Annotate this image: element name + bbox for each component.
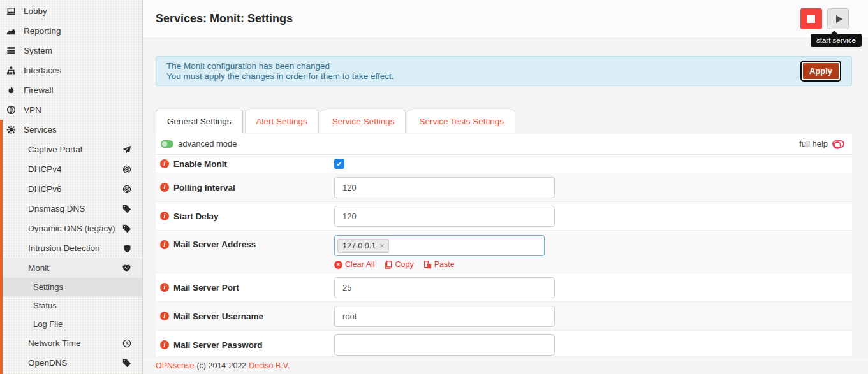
app-window: LobbyReportingSystemInterfacesFirewallVP… xyxy=(0,0,868,374)
tab-service-tests-settings[interactable]: Service Tests Settings xyxy=(408,110,515,133)
sidebar-item-label: Monit xyxy=(28,263,49,273)
stop-service-button[interactable] xyxy=(800,8,822,29)
field-label: iMail Server Password xyxy=(160,340,334,350)
sidebar-item-reporting[interactable]: Reporting xyxy=(0,21,142,41)
sidebar-item-firewall[interactable]: Firewall xyxy=(0,80,142,100)
clear-all-link[interactable]: ×Clear All xyxy=(334,260,375,269)
remove-token-icon[interactable]: × xyxy=(379,242,384,250)
sidebar-item-monit[interactable]: Monit xyxy=(3,258,142,278)
settings-form: iEnable Monit✔iPolling IntervaliStart De… xyxy=(156,155,852,356)
sidebar-item-dnsmasq-dns[interactable]: Dnsmasq DNS xyxy=(3,199,142,219)
clear-all-icon: × xyxy=(334,261,342,269)
sidebar-item-dhcpv6[interactable]: DHCPv6 xyxy=(3,179,142,199)
polling-interval-input[interactable] xyxy=(334,177,555,198)
full-help-toggle-icon[interactable] xyxy=(832,140,844,148)
field-label: iMail Server Port xyxy=(160,283,334,292)
field-control xyxy=(334,334,852,356)
field-control xyxy=(334,277,852,298)
sidebar-item-label: Lobby xyxy=(24,6,47,16)
bullseye-icon xyxy=(122,165,131,174)
tab-label: General Settings xyxy=(167,117,232,126)
field-label-text: Mail Server Port xyxy=(173,283,239,292)
deciso-link[interactable]: Deciso B.V. xyxy=(249,361,290,370)
field-label-text: Polling Interval xyxy=(173,183,235,192)
sidebar-item-opendns[interactable]: OpenDNS xyxy=(3,353,142,373)
field-label: iMail Server Address xyxy=(160,231,334,249)
field-control xyxy=(334,177,852,198)
sidebar-item-label: DHCPv4 xyxy=(28,164,62,174)
form-row-mail-server-port: iMail Server Port xyxy=(156,273,852,302)
paste-icon xyxy=(423,261,432,269)
start-service-button[interactable] xyxy=(827,8,849,29)
sidebar-item-log-file[interactable]: Log File xyxy=(3,315,142,333)
advanced-mode-toggle-icon[interactable] xyxy=(161,140,173,148)
sidebar-item-label: VPN xyxy=(24,105,41,115)
main-column: Services: Monit: Settings start service … xyxy=(143,0,868,374)
sidebar-item-label: OpenDNS xyxy=(28,358,68,368)
sitemap-icon xyxy=(6,66,17,75)
stop-icon xyxy=(807,15,815,23)
sidebar-item-label: Network Time xyxy=(28,338,81,348)
info-icon[interactable]: i xyxy=(160,240,169,249)
form-row-enable-monit: iEnable Monit✔ xyxy=(156,155,852,173)
mail-server-address-token-input[interactable]: 127.0.0.1× xyxy=(334,235,545,256)
enable-monit-checkbox[interactable]: ✔ xyxy=(334,159,344,169)
sidebar-item-lobby[interactable]: Lobby xyxy=(0,1,142,21)
sidebar-item-vpn[interactable]: VPN xyxy=(0,100,142,120)
sidebar-item-label: Captive Portal xyxy=(28,145,82,154)
mail-server-password-input[interactable] xyxy=(334,334,555,356)
tab-alert-settings[interactable]: Alert Settings xyxy=(245,110,319,133)
info-icon[interactable]: i xyxy=(160,183,169,192)
info-icon[interactable]: i xyxy=(160,312,169,320)
sidebar-item-label: System xyxy=(24,46,52,55)
form-row-mail-server-username: iMail Server Username xyxy=(156,302,852,331)
link-label: Clear All xyxy=(345,260,375,269)
sidebar-item-services[interactable]: Services xyxy=(3,120,142,140)
form-row-mail-server-address: iMail Server Address127.0.0.1××Clear All… xyxy=(156,231,852,273)
mail-server-username-input[interactable] xyxy=(334,306,555,327)
field-label-text: Enable Monit xyxy=(173,159,227,169)
play-icon xyxy=(836,15,842,23)
tab-label: Service Settings xyxy=(332,117,395,126)
shield-icon xyxy=(123,244,131,253)
field-label-text: Start Delay xyxy=(173,212,219,221)
tab-service-settings[interactable]: Service Settings xyxy=(321,110,406,133)
info-icon[interactable]: i xyxy=(160,212,169,220)
sidebar-item-dhcpv4[interactable]: DHCPv4 xyxy=(3,159,142,179)
start-service-tooltip: start service xyxy=(811,34,862,47)
apply-button[interactable]: Apply xyxy=(800,61,841,82)
globe-icon xyxy=(6,105,17,115)
full-help-label: full help xyxy=(799,139,828,148)
tab-general-settings[interactable]: General Settings xyxy=(156,110,243,133)
sidebar-item-intrusion-detection[interactable]: Intrusion Detection xyxy=(3,238,142,258)
sidebar-item-status[interactable]: Status xyxy=(3,296,142,315)
start-delay-input[interactable] xyxy=(334,206,555,227)
options-bar: advanced mode full help xyxy=(156,133,852,155)
sidebar-item-captive-portal[interactable]: Captive Portal xyxy=(3,140,142,159)
mail-server-port-input[interactable] xyxy=(334,277,555,298)
paste-link[interactable]: Paste xyxy=(423,260,455,269)
opnsense-link[interactable]: OPNsense xyxy=(156,361,194,370)
info-icon[interactable]: i xyxy=(160,340,169,349)
clock-icon xyxy=(122,339,131,348)
form-row-polling-interval: iPolling Interval xyxy=(156,173,852,202)
field-label: iPolling Interval xyxy=(160,183,334,192)
sidebar-item-system[interactable]: System xyxy=(0,41,142,61)
field-label: iStart Delay xyxy=(160,212,334,221)
copy-link[interactable]: Copy xyxy=(385,260,414,269)
config-changed-banner: The Monit configuration has been changed… xyxy=(156,56,852,86)
sidebar-item-interfaces[interactable]: Interfaces xyxy=(0,61,142,80)
sidebar-item-settings[interactable]: Settings xyxy=(3,278,142,296)
field-label-text: Mail Server Password xyxy=(173,340,263,350)
fire-icon xyxy=(6,85,17,95)
info-icon[interactable]: i xyxy=(160,283,169,292)
sidebar-item-label: Services xyxy=(24,125,57,134)
heartbeat-icon xyxy=(122,264,131,273)
info-icon[interactable]: i xyxy=(160,159,169,168)
sidebar-item-network-time[interactable]: Network Time xyxy=(3,333,142,353)
field-control: ✔ xyxy=(334,159,852,169)
sidebar-item-dynamic-dns-legacy[interactable]: Dynamic DNS (legacy) xyxy=(3,219,142,238)
sidebar-item-label: Intrusion Detection xyxy=(28,243,100,253)
sidebar-item-label: Interfaces xyxy=(24,66,61,75)
gear-icon xyxy=(6,125,17,134)
